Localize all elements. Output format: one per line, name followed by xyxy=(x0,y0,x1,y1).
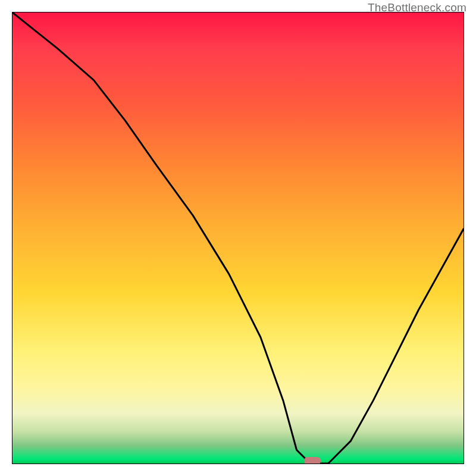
watermark-text: TheBottleneck.com xyxy=(368,1,466,14)
chart-container: TheBottleneck.com xyxy=(0,0,476,476)
curve-svg xyxy=(12,12,464,464)
bottleneck-curve xyxy=(12,12,464,464)
optimum-marker xyxy=(304,457,321,464)
plot-area xyxy=(12,12,464,464)
